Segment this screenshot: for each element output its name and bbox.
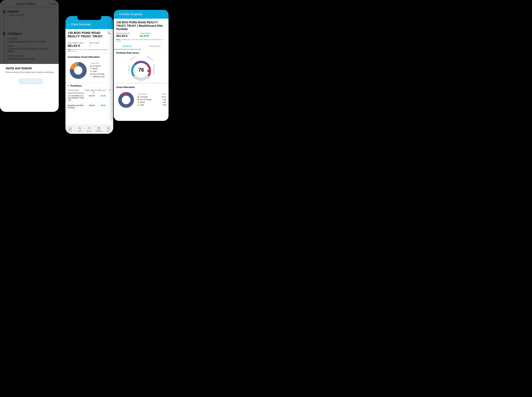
capture-subtitle: 3 Images uploaded	[7, 14, 56, 16]
nav-portfolios[interactable]: Portfolios	[94, 125, 104, 134]
thumbnail-2[interactable]	[24, 18, 40, 28]
edit-client-icon[interactable]: ✎	[54, 49, 56, 52]
legend-item: US Stocks92.31	[138, 96, 166, 98]
snapshot-header-title: Portfolio Snapshot	[119, 13, 142, 16]
collapse-icon: ▼	[68, 85, 69, 87]
portfolios-section-header[interactable]: ▼ Portfolios	[68, 84, 111, 87]
risk-profile-label: Risk Profile	[89, 42, 99, 44]
portfolio-row[interactable]: WealthGuard Elite Portfolio236.9435.83	[68, 103, 111, 110]
bottom-nav: Home Clients Search Portfolios More	[65, 125, 113, 134]
client-summary-screen: ‹ Client Summary 135 BOG POND ROAD REALT…	[65, 16, 113, 134]
tab-details[interactable]: DETAILS	[114, 43, 141, 50]
home-icon	[69, 127, 72, 130]
svg-point-3	[88, 127, 90, 129]
briefcase-icon	[97, 127, 100, 130]
thumbnail-1[interactable]	[7, 18, 23, 28]
uploaded-thumbnails	[7, 18, 56, 28]
verify-title: Verify and Submit	[6, 67, 56, 70]
legend-item: Bonds0.00	[138, 101, 166, 103]
portfolio-row[interactable]: 1-E SUGRUE & S TOLSDORF TTEE 135 ..424.7…	[68, 93, 111, 103]
risk-profile-value: -	[89, 44, 99, 48]
snapshot-tabs: DETAILS HOLDINGS	[114, 43, 169, 50]
snap-mv-label: Market Value (K)	[116, 32, 130, 34]
custodian-label: CUSTODIAN	[7, 38, 56, 40]
import-title: Import Portfolio	[4, 2, 48, 6]
cumulative-alloc-donut	[68, 60, 89, 81]
capture-title: Capture	[7, 10, 19, 13]
step-capture: Capture ✎ 3 Images uploaded	[3, 8, 56, 30]
asset-alloc-legend: Asset Class% Net US Stocks92.31Non-US St…	[138, 93, 166, 107]
device-notch	[77, 16, 101, 20]
import-portfolio-screen: ‹ Import Portfolio Cancel Capture ✎ 3 Im…	[0, 0, 59, 112]
search-icon	[88, 127, 91, 130]
svg-point-7	[108, 128, 109, 128]
import-header: ‹ Import Portfolio Cancel	[3, 2, 56, 8]
step-configure: Configure CUSTODIAN Fidelity Brokerage S…	[3, 30, 56, 62]
svg-point-8	[109, 128, 109, 128]
thumbnail-3[interactable]	[40, 18, 56, 28]
more-icon	[107, 127, 110, 130]
svg-point-6	[108, 128, 108, 128]
portfolio-name-value: WealthGuard Elite Portfolio	[7, 58, 34, 60]
risk-score-value: 76	[138, 67, 144, 73]
client-name: 135 BOG POND ROAD REALTY TRUST, TRUST	[68, 31, 103, 38]
svg-point-0	[74, 66, 82, 75]
edit-portfolio-name-icon[interactable]: ✎	[54, 58, 56, 60]
legend-item: Bonds	[91, 68, 104, 70]
legend-item: Other/Not Clsfd	[91, 76, 104, 78]
risk-gauge: 76 Conservative Moderate Aggressive Very…	[126, 56, 157, 81]
custodian-value: Fidelity Brokerage Services LLC (FBS)	[7, 40, 46, 43]
legend-item: Non-US Stocks	[91, 73, 104, 75]
nav-more[interactable]: More	[104, 125, 113, 134]
risk-score-title: Portfolio Risk Score	[116, 52, 166, 54]
step-configure-bullet	[3, 32, 6, 35]
back-icon[interactable]: ‹	[116, 12, 117, 16]
svg-point-2	[80, 128, 81, 128]
edit-custodian-icon[interactable]: ✎	[54, 40, 56, 43]
snap-mv-value: 661.63 K	[116, 34, 130, 37]
portfolio-snapshot-screen: ‹ Portfolio Snapshot 135 BOG POND ROAD R…	[114, 10, 169, 121]
configure-title: Configure	[7, 32, 56, 36]
snapshot-header-bar: ‹ Portfolio Snapshot	[114, 10, 169, 19]
legend-item: US Stocks	[91, 65, 104, 67]
svg-point-1	[79, 127, 80, 128]
svg-rect-4	[98, 128, 100, 129]
verify-submit-button[interactable]: Verify & Submit	[18, 78, 43, 84]
asset-alloc-donut	[116, 90, 136, 110]
step-verify: Verify and Submit Please verify all the …	[0, 64, 59, 88]
client-header-title: Client Summary	[71, 23, 91, 26]
client-label: CLIENT	[7, 45, 56, 47]
back-icon[interactable]: ‹	[3, 2, 4, 6]
verify-subtitle: Please verify all the details above befo…	[6, 71, 56, 73]
call-icon[interactable]	[107, 31, 111, 35]
agg-mv-label: Agg. Market Value	[68, 42, 84, 44]
step-capture-bullet	[3, 10, 6, 13]
nav-home[interactable]: Home	[65, 125, 75, 134]
back-icon[interactable]: ‹	[68, 22, 69, 27]
clients-icon	[78, 127, 81, 130]
nav-clients[interactable]: Clients	[75, 125, 85, 134]
snap-ret-label: 1 Year Return	[140, 32, 151, 34]
legend-item: Cash0.00	[138, 104, 166, 106]
portfolios-table-header: Portfolio Name Market Value (K) 1Y Retur…	[68, 89, 111, 93]
agg-mv-value: 661.63 K	[68, 44, 84, 48]
client-note: Note: All values are in USD. Annualized …	[68, 49, 111, 54]
asset-alloc-title: Asset Allocation	[116, 86, 166, 89]
nav-search[interactable]: Search	[85, 125, 94, 134]
cancel-button[interactable]: Cancel	[48, 3, 56, 6]
edit-capture-icon[interactable]: ✎	[54, 10, 56, 13]
portfolio-name-label: PORTFOLIO NAME	[7, 55, 56, 57]
tab-holdings[interactable]: HOLDINGS	[141, 43, 169, 50]
cumulative-alloc-legend: Asset Class US StocksBondsCashNon-US Sto…	[91, 62, 104, 78]
legend-item: Non-US Stocks7.69	[138, 99, 166, 101]
legend-item: Cash	[91, 70, 104, 72]
snap-ret-value: 35.83%	[140, 34, 151, 37]
cumulative-alloc-title: Cumulative Asset Allocation	[68, 56, 111, 58]
snapshot-title: 135 BOG POND ROAD REALTY TRUST, TRUST | …	[116, 21, 166, 31]
svg-point-12	[122, 96, 130, 104]
client-value: 135 BOG POND ROAD REALTY TRUST, TRUST	[7, 48, 54, 53]
snapshot-note: Note: All values are in USD. Annualized …	[116, 39, 166, 43]
